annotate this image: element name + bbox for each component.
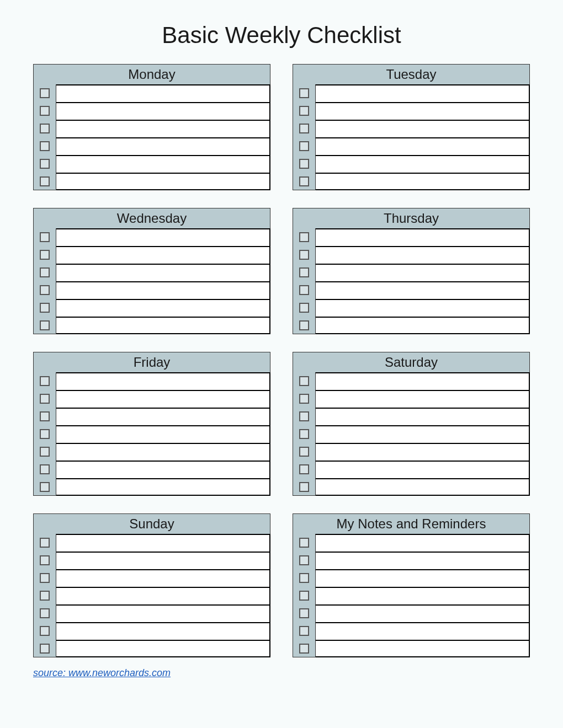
checkbox-icon[interactable] [40, 591, 50, 601]
task-input[interactable] [316, 299, 530, 317]
task-input[interactable] [56, 120, 270, 137]
task-input[interactable] [316, 425, 530, 443]
checkbox-icon[interactable] [299, 303, 309, 313]
checkbox-icon[interactable] [299, 159, 309, 169]
checkbox-icon[interactable] [299, 626, 309, 636]
checkbox-icon[interactable] [299, 320, 309, 330]
task-input[interactable] [56, 443, 270, 461]
task-input[interactable] [56, 84, 270, 102]
checkbox-icon[interactable] [40, 538, 50, 548]
task-input[interactable] [316, 587, 530, 604]
task-input[interactable] [316, 137, 530, 155]
task-input[interactable] [316, 408, 530, 425]
task-input[interactable] [316, 372, 530, 390]
task-input[interactable] [56, 461, 270, 478]
task-input[interactable] [316, 534, 530, 552]
checkbox-icon[interactable] [40, 303, 50, 313]
checkbox-icon[interactable] [40, 320, 50, 330]
checkbox-icon[interactable] [299, 429, 309, 439]
checkbox-icon[interactable] [299, 394, 309, 404]
checkbox-icon[interactable] [299, 267, 309, 277]
checkbox-icon[interactable] [40, 285, 50, 295]
task-input[interactable] [56, 569, 270, 587]
checkbox-icon[interactable] [299, 176, 309, 186]
checkbox-icon[interactable] [40, 250, 50, 260]
checkbox-icon[interactable] [40, 555, 50, 565]
checkbox-icon[interactable] [299, 232, 309, 242]
checkbox-icon[interactable] [299, 464, 309, 474]
task-input[interactable] [316, 317, 530, 334]
checkbox-icon[interactable] [40, 267, 50, 277]
task-input[interactable] [316, 461, 530, 478]
checkbox-icon[interactable] [40, 573, 50, 583]
task-input[interactable] [56, 173, 270, 190]
checkbox-icon[interactable] [40, 106, 50, 116]
task-input[interactable] [56, 246, 270, 264]
task-input[interactable] [56, 102, 270, 120]
task-input[interactable] [56, 281, 270, 299]
task-input[interactable] [56, 552, 270, 569]
checkbox-icon[interactable] [40, 176, 50, 186]
task-input[interactable] [316, 552, 530, 569]
checkbox-icon[interactable] [299, 608, 309, 618]
task-input[interactable] [316, 228, 530, 246]
checkbox-icon[interactable] [40, 482, 50, 492]
task-input[interactable] [316, 173, 530, 190]
task-input[interactable] [56, 264, 270, 281]
checkbox-icon[interactable] [40, 88, 50, 98]
checkbox-icon[interactable] [299, 106, 309, 116]
checkbox-icon[interactable] [299, 644, 309, 654]
task-input[interactable] [56, 137, 270, 155]
checkbox-icon[interactable] [40, 626, 50, 636]
task-input[interactable] [316, 84, 530, 102]
checkbox-icon[interactable] [299, 573, 309, 583]
task-input[interactable] [316, 390, 530, 408]
checkbox-icon[interactable] [40, 376, 50, 386]
checkbox-icon[interactable] [299, 88, 309, 98]
checkbox-icon[interactable] [299, 376, 309, 386]
checkbox-icon[interactable] [299, 285, 309, 295]
source-link[interactable]: source: www.neworchards.com [33, 667, 530, 679]
checkbox-icon[interactable] [40, 124, 50, 133]
task-input[interactable] [56, 534, 270, 552]
checkbox-icon[interactable] [40, 644, 50, 654]
task-input[interactable] [316, 569, 530, 587]
checkbox-icon[interactable] [299, 555, 309, 565]
checkbox-icon[interactable] [299, 482, 309, 492]
task-input[interactable] [316, 264, 530, 281]
task-input[interactable] [56, 228, 270, 246]
task-input[interactable] [56, 622, 270, 640]
task-input[interactable] [316, 604, 530, 622]
checkbox-icon[interactable] [40, 608, 50, 618]
task-input[interactable] [56, 317, 270, 334]
task-input[interactable] [316, 443, 530, 461]
task-input[interactable] [56, 372, 270, 390]
task-input[interactable] [56, 425, 270, 443]
checkbox-icon[interactable] [40, 429, 50, 439]
checkbox-icon[interactable] [299, 141, 309, 151]
task-input[interactable] [316, 640, 530, 657]
task-input[interactable] [56, 299, 270, 317]
checkbox-icon[interactable] [299, 591, 309, 601]
task-input[interactable] [56, 587, 270, 604]
task-input[interactable] [56, 478, 270, 496]
task-input[interactable] [316, 478, 530, 496]
task-input[interactable] [56, 604, 270, 622]
task-input[interactable] [316, 120, 530, 137]
checkbox-icon[interactable] [40, 464, 50, 474]
task-input[interactable] [56, 155, 270, 173]
task-input[interactable] [56, 390, 270, 408]
checkbox-icon[interactable] [299, 250, 309, 260]
task-input[interactable] [316, 155, 530, 173]
checkbox-icon[interactable] [299, 447, 309, 457]
checkbox-icon[interactable] [40, 159, 50, 169]
checkbox-icon[interactable] [299, 411, 309, 421]
checkbox-icon[interactable] [299, 538, 309, 548]
checkbox-icon[interactable] [40, 141, 50, 151]
task-input[interactable] [316, 281, 530, 299]
task-input[interactable] [316, 102, 530, 120]
checkbox-icon[interactable] [40, 232, 50, 242]
checkbox-icon[interactable] [299, 124, 309, 133]
checkbox-icon[interactable] [40, 394, 50, 404]
checkbox-icon[interactable] [40, 411, 50, 421]
